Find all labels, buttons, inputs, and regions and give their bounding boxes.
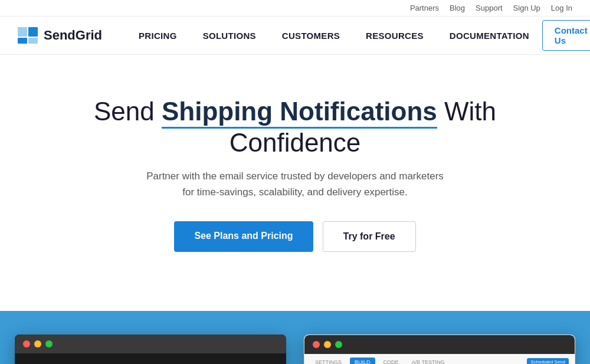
hero-title-bold: Shipping Notifications [162, 97, 437, 129]
hero-title-prefix: Send [94, 97, 162, 126]
dash-tab-build[interactable]: BUILD [350, 358, 375, 364]
utility-bar: Partners Blog Support Sign Up Log In [0, 0, 590, 17]
screenshots-section: curl --request POST \ --url https://api.… [0, 311, 590, 364]
logo-text: SendGrid [44, 28, 102, 43]
svg-rect-0 [18, 27, 27, 37]
nav-link-pricing[interactable]: PRICING [126, 17, 190, 55]
dashboard-titlebar [304, 335, 575, 354]
dash-tab-settings[interactable]: SETTINGS [310, 358, 346, 364]
dashboard-topbar: SETTINGS BUILD CODE A/B TESTING Schedule… [304, 354, 575, 364]
hero-buttons: See Plans and Pricing Try for Free [41, 221, 549, 252]
utility-link-login[interactable]: Log In [551, 4, 572, 12]
svg-rect-1 [28, 27, 38, 37]
terminal-card: curl --request POST \ --url https://api.… [15, 335, 286, 364]
utility-link-blog[interactable]: Blog [450, 4, 465, 12]
sendgrid-logo-icon [18, 27, 39, 44]
utility-link-support[interactable]: Support [476, 4, 503, 12]
utility-link-partners[interactable]: Partners [410, 4, 439, 12]
logo-link[interactable]: SendGrid [18, 27, 102, 44]
dash-dot-green [335, 341, 342, 348]
nav-link-resources[interactable]: RESOURCES [353, 17, 437, 55]
nav-link-documentation[interactable]: DOCUMENTATION [437, 17, 542, 55]
scheduled-send-btn[interactable]: Scheduled Send [527, 358, 569, 364]
terminal-body: curl --request POST \ --url https://api.… [15, 353, 286, 364]
nav-links: PRICING SOLUTIONS CUSTOMERS RESOURCES DO… [126, 17, 542, 55]
see-plans-button[interactable]: See Plans and Pricing [174, 221, 313, 252]
nav-link-customers[interactable]: CUSTOMERS [269, 17, 353, 55]
nav-link-solutions[interactable]: SOLUTIONS [190, 17, 269, 55]
window-dot-red [23, 340, 30, 347]
hero-section: Send Shipping Notifications With Confide… [30, 55, 560, 311]
terminal-titlebar [15, 335, 286, 353]
hero-title: Send Shipping Notifications With Confide… [41, 96, 549, 159]
dash-dot-yellow [324, 341, 331, 348]
window-dot-green [45, 340, 53, 347]
dash-tab-abtesting[interactable]: A/B TESTING [407, 358, 450, 364]
contact-us-button[interactable]: Contact Us [542, 20, 590, 51]
window-dot-yellow [34, 340, 41, 347]
svg-rect-3 [28, 38, 38, 44]
dashboard-body: SETTINGS BUILD CODE A/B TESTING Schedule… [304, 354, 575, 364]
utility-link-signup[interactable]: Sign Up [513, 4, 540, 12]
hero-subtitle: Partner with the email service trusted b… [41, 168, 549, 200]
dashboard-card: SETTINGS BUILD CODE A/B TESTING Schedule… [304, 335, 575, 364]
try-free-button[interactable]: Try for Free [323, 221, 416, 252]
main-nav: SendGrid PRICING SOLUTIONS CUSTOMERS RES… [0, 17, 590, 55]
svg-rect-2 [18, 38, 27, 44]
dash-tab-code[interactable]: CODE [379, 358, 404, 364]
dash-dot-red [313, 341, 320, 348]
